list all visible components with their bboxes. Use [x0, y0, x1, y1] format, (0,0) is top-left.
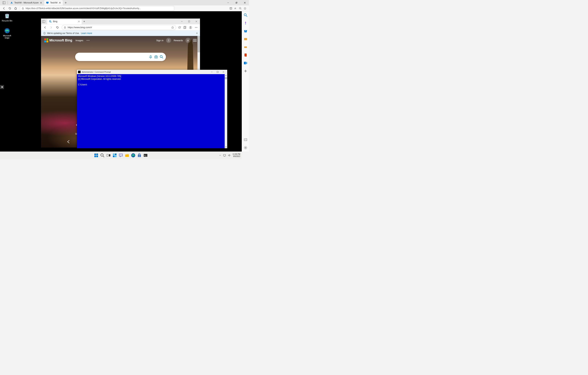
new-tab-button[interactable] — [82, 20, 87, 22]
svg-point-39 — [89, 40, 89, 41]
azure-icon — [10, 1, 13, 4]
new-tab-button[interactable] — [63, 0, 68, 5]
bing-images-link[interactable]: Images — [75, 39, 83, 42]
sidebar-shopping-icon[interactable] — [243, 29, 248, 33]
minimize-button[interactable] — [209, 70, 214, 74]
favorites-icon[interactable] — [243, 7, 246, 10]
close-button[interactable] — [193, 19, 200, 24]
sidebar-office-icon[interactable] — [243, 53, 248, 57]
bastion-expand-button[interactable] — [0, 85, 4, 89]
network-icon[interactable] — [223, 154, 226, 157]
close-button[interactable] — [221, 70, 226, 74]
recycle-bin-icon[interactable]: Recycle Bin — [1, 13, 13, 22]
inner-edge-titlebar[interactable]: Bing — [41, 19, 200, 24]
back-button[interactable] — [42, 25, 48, 30]
camera-icon[interactable] — [154, 55, 158, 59]
remote-clock[interactable]: 11:06 PM 8/5/2022 — [232, 153, 240, 157]
more-icon[interactable] — [195, 26, 198, 29]
home-button[interactable] — [13, 6, 18, 11]
tabs-panel-icon[interactable] — [42, 20, 45, 23]
terminal-button[interactable] — [143, 153, 148, 158]
search-icon[interactable] — [160, 55, 163, 59]
bing-rewards-icon[interactable] — [186, 38, 190, 43]
sidebar-games-icon[interactable] — [243, 45, 248, 49]
close-icon[interactable] — [78, 21, 80, 22]
maximize-button[interactable] — [232, 0, 241, 5]
remote-date: 8/5/2022 — [232, 155, 240, 157]
cmd-titlebar[interactable]: Administrator: Command Prompt — [77, 70, 227, 74]
favorites-bar-icon[interactable] — [178, 26, 181, 29]
maximize-button[interactable] — [186, 19, 193, 24]
host-address-bar: https://bst-c375b4cb-e48d-b6ba3dc52fbf.b… — [0, 5, 249, 11]
chat-button[interactable] — [118, 153, 123, 158]
svg-line-64 — [103, 156, 104, 157]
sidebar-outlook-icon[interactable] — [243, 61, 248, 65]
bing-search-box[interactable] — [75, 53, 166, 61]
svg-point-43 — [156, 56, 157, 58]
svg-rect-62 — [96, 155, 98, 157]
remote-taskbar-apps — [94, 153, 148, 158]
translate-icon[interactable] — [229, 7, 232, 10]
svg-line-12 — [241, 9, 241, 10]
forward-button[interactable] — [49, 25, 54, 30]
banner-close-button[interactable]: ✕ — [196, 32, 198, 34]
close-icon[interactable] — [40, 2, 42, 4]
reading-icon[interactable]: A⁾ — [234, 7, 237, 10]
svg-rect-42 — [155, 56, 158, 58]
svg-rect-16 — [42, 20, 45, 23]
file-explorer-button[interactable] — [125, 153, 130, 158]
task-view-button[interactable] — [106, 153, 111, 158]
host-tab-vm[interactable]: TestVM — [44, 0, 63, 5]
profile-icon[interactable] — [189, 26, 192, 29]
svg-rect-60 — [96, 154, 98, 155]
sidebar-settings-icon[interactable] — [243, 146, 248, 150]
cmd-scrollbar[interactable] — [225, 74, 227, 148]
inner-tab-bing[interactable]: Bing — [47, 19, 82, 24]
svg-rect-6 — [236, 2, 237, 3]
desktop-icon-label: Microsoft Edge — [1, 34, 13, 39]
refresh-button[interactable] — [7, 6, 12, 11]
widgets-button[interactable] — [112, 153, 117, 158]
edge-button[interactable] — [131, 153, 136, 158]
collections-icon[interactable] — [183, 26, 187, 29]
remote-taskbar: 11:06 PM 8/5/2022 — [0, 152, 242, 159]
back-button[interactable] — [1, 6, 7, 11]
search-button[interactable] — [100, 153, 105, 158]
svg-rect-65 — [107, 154, 108, 156]
inner-url-box[interactable]: https://www.bing.com/# — [62, 25, 176, 30]
tabs-panel-icon[interactable] — [2, 1, 5, 4]
sound-icon[interactable] — [228, 154, 231, 157]
cmd-body[interactable]: Microsoft Windows [Version 10.0.22000.79… — [77, 74, 227, 87]
host-tab-azure[interactable]: TestVM - Microsoft Azure — [9, 0, 44, 5]
svg-rect-67 — [113, 154, 115, 155]
bing-rewards-link[interactable]: Rewards — [174, 39, 183, 42]
refresh-button[interactable] — [55, 25, 60, 30]
bing-signin-link[interactable]: Sign in — [156, 39, 164, 42]
sidebar-search-icon[interactable] — [243, 13, 248, 17]
sidebar-add-icon[interactable] — [243, 69, 248, 73]
svg-rect-76 — [139, 156, 139, 157]
bing-avatar-icon[interactable] — [166, 38, 171, 43]
sidebar-tools-icon[interactable] — [243, 37, 248, 41]
start-button[interactable] — [94, 153, 99, 158]
edge-icon[interactable]: Microsoft Edge — [1, 28, 13, 39]
more-icon[interactable] — [87, 40, 89, 41]
carousel-nav-prev-icon[interactable] — [66, 140, 71, 144]
favorites-icon[interactable] — [171, 26, 174, 29]
bing-logo[interactable]: Microsoft Bing — [44, 38, 72, 42]
banner-link[interactable]: Learn more — [81, 32, 92, 34]
bing-search-input[interactable] — [78, 55, 147, 58]
store-button[interactable] — [137, 153, 142, 158]
chevron-up-icon[interactable] — [219, 154, 221, 156]
minimize-button[interactable] — [224, 0, 232, 5]
host-url-box[interactable]: https://bst-c375b4cb-e48d-b6ba3dc52fbf.b… — [20, 6, 174, 11]
sidebar-hide-icon[interactable] — [243, 138, 248, 142]
close-icon[interactable] — [59, 2, 61, 4]
sidebar-discover-icon[interactable] — [243, 21, 248, 25]
minimize-button[interactable] — [178, 19, 186, 24]
zoom-icon[interactable] — [239, 7, 242, 10]
close-button[interactable] — [241, 0, 249, 5]
mic-icon[interactable] — [149, 55, 152, 59]
hamburger-icon[interactable] — [193, 39, 197, 42]
maximize-button[interactable] — [215, 70, 220, 74]
